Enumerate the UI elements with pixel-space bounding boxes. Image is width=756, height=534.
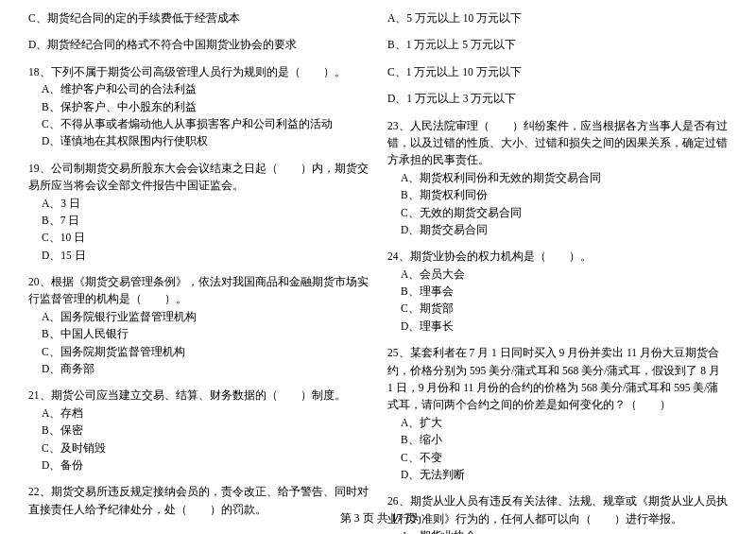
option-item: A、扩大 bbox=[387, 414, 728, 431]
right-column: A、5 万元以上 10 万元以下B、1 万元以上 5 万元以下C、1 万元以上 … bbox=[387, 9, 728, 534]
question-title: D、期货经纪合同的格式不符合中国期货业协会的要求 bbox=[28, 36, 369, 53]
option-item: D、期货交易合同 bbox=[387, 221, 728, 238]
question-title: 20、根据《期货交易管理条例》，依法对我国商品和金融期货市场实行监督管理的机构是… bbox=[28, 273, 369, 308]
option-item: B、中国人民银行 bbox=[28, 325, 369, 342]
question-block: D、期货经纪合同的格式不符合中国期货业协会的要求 bbox=[28, 36, 369, 53]
option-item: D、商务部 bbox=[28, 360, 369, 377]
question-title: 18、下列不属于期货公司高级管理人员行为规则的是（ ）。 bbox=[28, 63, 369, 80]
left-column: C、期货纪合同的定的手续费低于经营成本D、期货经纪合同的格式不符合中国期货业协会… bbox=[28, 9, 369, 534]
option-item: B、期货权利同份 bbox=[387, 186, 728, 203]
option-item: A、国务院银行业监督管理机构 bbox=[28, 308, 369, 325]
question-title: D、1 万元以上 3 万元以下 bbox=[387, 90, 728, 107]
option-item: C、国务院期货监督管理机构 bbox=[28, 343, 369, 360]
question-block: 19、公司制期货交易所股东大会会议结束之日起（ ）内，期货交易所应当将会议全部文… bbox=[28, 160, 369, 264]
question-block: A、5 万元以上 10 万元以下 bbox=[387, 9, 728, 26]
question-block: 18、下列不属于期货公司高级管理人员行为规则的是（ ）。A、维护客户和公司的合法… bbox=[28, 63, 369, 150]
question-title: 24、期货业协会的权力机构是（ ）。 bbox=[387, 248, 728, 265]
question-block: 24、期货业协会的权力机构是（ ）。A、会员大会B、理事会C、期货部D、理事长 bbox=[387, 248, 728, 335]
option-item: A、3 日 bbox=[28, 195, 369, 212]
question-block: 25、某套利者在 7 月 1 日同时买入 9 月份并卖出 11 月份大豆期货合约… bbox=[387, 344, 728, 483]
question-block: C、1 万元以上 10 万元以下 bbox=[387, 63, 728, 80]
option-item: C、及时销毁 bbox=[28, 439, 369, 456]
question-title: B、1 万元以上 5 万元以下 bbox=[387, 36, 728, 53]
question-title: C、1 万元以上 10 万元以下 bbox=[387, 63, 728, 80]
option-item: B、保护客户、中小股东的利益 bbox=[28, 98, 369, 115]
option-item: A、期货业协会 bbox=[387, 527, 728, 534]
option-item: D、15 日 bbox=[28, 247, 369, 264]
question-block: B、1 万元以上 5 万元以下 bbox=[387, 36, 728, 53]
option-item: A、期货权利同份和无效的期货交易合同 bbox=[387, 169, 728, 186]
option-item: D、无法判断 bbox=[387, 466, 728, 483]
option-item: C、无效的期货交易合同 bbox=[387, 204, 728, 221]
question-title: A、5 万元以上 10 万元以下 bbox=[387, 9, 728, 26]
option-item: D、谨慎地在其权限围内行使职权 bbox=[28, 132, 369, 149]
option-item: B、7 日 bbox=[28, 212, 369, 229]
content-area: C、期货纪合同的定的手续费低于经营成本D、期货经纪合同的格式不符合中国期货业协会… bbox=[28, 9, 728, 534]
option-item: A、存档 bbox=[28, 405, 369, 422]
question-title: C、期货纪合同的定的手续费低于经营成本 bbox=[28, 9, 369, 26]
page: C、期货纪合同的定的手续费低于经营成本D、期货经纪合同的格式不符合中国期货业协会… bbox=[0, 0, 756, 534]
question-title: 25、某套利者在 7 月 1 日同时买入 9 月份并卖出 11 月份大豆期货合约… bbox=[387, 344, 728, 414]
page-footer: 第 3 页 共 17 页 bbox=[28, 510, 728, 526]
question-block: 21、期货公司应当建立交易、结算、财务数据的（ ）制度。A、存档B、保密C、及时… bbox=[28, 387, 369, 474]
option-item: B、保密 bbox=[28, 422, 369, 439]
question-title: 23、人民法院审理（ ）纠纷案件，应当根据各方当事人是否有过错，以及过错的性质、… bbox=[387, 117, 728, 169]
option-item: A、维护客户和公司的合法利益 bbox=[28, 80, 369, 97]
option-item: C、不变 bbox=[387, 449, 728, 466]
question-block: C、期货纪合同的定的手续费低于经营成本 bbox=[28, 9, 369, 26]
option-item: D、备份 bbox=[28, 456, 369, 474]
question-block: 23、人民法院审理（ ）纠纷案件，应当根据各方当事人是否有过错，以及过错的性质、… bbox=[387, 117, 728, 239]
question-block: 20、根据《期货交易管理条例》，依法对我国商品和金融期货市场实行监督管理的机构是… bbox=[28, 273, 369, 377]
option-item: D、理事长 bbox=[387, 318, 728, 335]
question-title: 21、期货公司应当建立交易、结算、财务数据的（ ）制度。 bbox=[28, 387, 369, 404]
question-block: D、1 万元以上 3 万元以下 bbox=[387, 90, 728, 107]
option-item: A、会员大会 bbox=[387, 266, 728, 283]
question-title: 19、公司制期货交易所股东大会会议结束之日起（ ）内，期货交易所应当将会议全部文… bbox=[28, 160, 369, 195]
option-item: B、缩小 bbox=[387, 431, 728, 448]
option-item: C、不得从事或者煽动他人从事损害客户和公司利益的活动 bbox=[28, 115, 369, 132]
option-item: B、理事会 bbox=[387, 283, 728, 300]
option-item: C、10 日 bbox=[28, 229, 369, 246]
option-item: C、期货部 bbox=[387, 300, 728, 317]
